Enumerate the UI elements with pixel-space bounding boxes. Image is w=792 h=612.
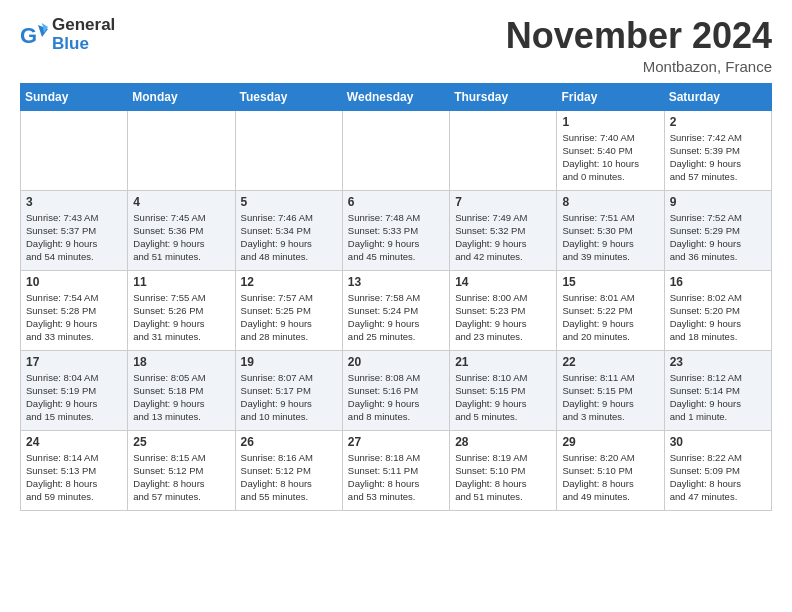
calendar-cell: 6Sunrise: 7:48 AMSunset: 5:33 PMDaylight… (342, 190, 449, 270)
calendar-cell: 9Sunrise: 7:52 AMSunset: 5:29 PMDaylight… (664, 190, 771, 270)
weekday-header-monday: Monday (128, 83, 235, 110)
calendar-cell: 14Sunrise: 8:00 AMSunset: 5:23 PMDayligh… (450, 270, 557, 350)
logo-icon: G (20, 21, 48, 49)
day-info: Sunrise: 7:48 AMSunset: 5:33 PMDaylight:… (348, 211, 444, 264)
day-number: 21 (455, 355, 551, 369)
day-info: Sunrise: 7:42 AMSunset: 5:39 PMDaylight:… (670, 131, 766, 184)
day-info: Sunrise: 8:15 AMSunset: 5:12 PMDaylight:… (133, 451, 229, 504)
day-number: 22 (562, 355, 658, 369)
day-number: 18 (133, 355, 229, 369)
svg-text:G: G (20, 23, 37, 48)
calendar-cell: 21Sunrise: 8:10 AMSunset: 5:15 PMDayligh… (450, 350, 557, 430)
day-info: Sunrise: 8:02 AMSunset: 5:20 PMDaylight:… (670, 291, 766, 344)
day-number: 4 (133, 195, 229, 209)
week-row-4: 24Sunrise: 8:14 AMSunset: 5:13 PMDayligh… (21, 430, 772, 510)
day-number: 24 (26, 435, 122, 449)
week-row-0: 1Sunrise: 7:40 AMSunset: 5:40 PMDaylight… (21, 110, 772, 190)
day-number: 28 (455, 435, 551, 449)
logo: G General Blue (20, 16, 115, 53)
day-number: 26 (241, 435, 337, 449)
logo-text: General Blue (52, 16, 115, 53)
calendar-cell: 7Sunrise: 7:49 AMSunset: 5:32 PMDaylight… (450, 190, 557, 270)
day-number: 10 (26, 275, 122, 289)
day-info: Sunrise: 8:07 AMSunset: 5:17 PMDaylight:… (241, 371, 337, 424)
day-info: Sunrise: 7:51 AMSunset: 5:30 PMDaylight:… (562, 211, 658, 264)
weekday-header-row: SundayMondayTuesdayWednesdayThursdayFrid… (21, 83, 772, 110)
calendar-cell: 28Sunrise: 8:19 AMSunset: 5:10 PMDayligh… (450, 430, 557, 510)
title-block: November 2024 Montbazon, France (506, 16, 772, 75)
day-number: 15 (562, 275, 658, 289)
calendar-cell: 22Sunrise: 8:11 AMSunset: 5:15 PMDayligh… (557, 350, 664, 430)
location: Montbazon, France (506, 58, 772, 75)
calendar-cell: 10Sunrise: 7:54 AMSunset: 5:28 PMDayligh… (21, 270, 128, 350)
calendar-cell: 5Sunrise: 7:46 AMSunset: 5:34 PMDaylight… (235, 190, 342, 270)
day-number: 25 (133, 435, 229, 449)
header: G General Blue November 2024 Montbazon, … (20, 16, 772, 75)
calendar-cell: 25Sunrise: 8:15 AMSunset: 5:12 PMDayligh… (128, 430, 235, 510)
weekday-header-sunday: Sunday (21, 83, 128, 110)
day-number: 6 (348, 195, 444, 209)
day-number: 2 (670, 115, 766, 129)
calendar-cell: 30Sunrise: 8:22 AMSunset: 5:09 PMDayligh… (664, 430, 771, 510)
calendar-cell: 8Sunrise: 7:51 AMSunset: 5:30 PMDaylight… (557, 190, 664, 270)
calendar-cell: 2Sunrise: 7:42 AMSunset: 5:39 PMDaylight… (664, 110, 771, 190)
day-info: Sunrise: 7:40 AMSunset: 5:40 PMDaylight:… (562, 131, 658, 184)
day-number: 7 (455, 195, 551, 209)
day-info: Sunrise: 8:19 AMSunset: 5:10 PMDaylight:… (455, 451, 551, 504)
day-info: Sunrise: 7:57 AMSunset: 5:25 PMDaylight:… (241, 291, 337, 344)
day-info: Sunrise: 8:01 AMSunset: 5:22 PMDaylight:… (562, 291, 658, 344)
day-info: Sunrise: 7:58 AMSunset: 5:24 PMDaylight:… (348, 291, 444, 344)
day-info: Sunrise: 8:14 AMSunset: 5:13 PMDaylight:… (26, 451, 122, 504)
day-info: Sunrise: 8:05 AMSunset: 5:18 PMDaylight:… (133, 371, 229, 424)
weekday-header-tuesday: Tuesday (235, 83, 342, 110)
day-info: Sunrise: 8:18 AMSunset: 5:11 PMDaylight:… (348, 451, 444, 504)
day-info: Sunrise: 7:55 AMSunset: 5:26 PMDaylight:… (133, 291, 229, 344)
calendar-cell (128, 110, 235, 190)
calendar-cell: 24Sunrise: 8:14 AMSunset: 5:13 PMDayligh… (21, 430, 128, 510)
day-number: 5 (241, 195, 337, 209)
week-row-1: 3Sunrise: 7:43 AMSunset: 5:37 PMDaylight… (21, 190, 772, 270)
weekday-header-thursday: Thursday (450, 83, 557, 110)
day-number: 13 (348, 275, 444, 289)
calendar-cell: 20Sunrise: 8:08 AMSunset: 5:16 PMDayligh… (342, 350, 449, 430)
day-info: Sunrise: 8:22 AMSunset: 5:09 PMDaylight:… (670, 451, 766, 504)
calendar-cell: 11Sunrise: 7:55 AMSunset: 5:26 PMDayligh… (128, 270, 235, 350)
calendar-cell: 18Sunrise: 8:05 AMSunset: 5:18 PMDayligh… (128, 350, 235, 430)
calendar-cell: 16Sunrise: 8:02 AMSunset: 5:20 PMDayligh… (664, 270, 771, 350)
calendar-table: SundayMondayTuesdayWednesdayThursdayFrid… (20, 83, 772, 511)
calendar-cell: 26Sunrise: 8:16 AMSunset: 5:12 PMDayligh… (235, 430, 342, 510)
calendar-cell: 15Sunrise: 8:01 AMSunset: 5:22 PMDayligh… (557, 270, 664, 350)
day-number: 27 (348, 435, 444, 449)
day-number: 20 (348, 355, 444, 369)
day-number: 8 (562, 195, 658, 209)
calendar-cell: 1Sunrise: 7:40 AMSunset: 5:40 PMDaylight… (557, 110, 664, 190)
calendar-cell: 17Sunrise: 8:04 AMSunset: 5:19 PMDayligh… (21, 350, 128, 430)
weekday-header-friday: Friday (557, 83, 664, 110)
calendar-cell: 27Sunrise: 8:18 AMSunset: 5:11 PMDayligh… (342, 430, 449, 510)
day-number: 19 (241, 355, 337, 369)
page: G General Blue November 2024 Montbazon, … (0, 0, 792, 521)
day-number: 9 (670, 195, 766, 209)
calendar-cell (235, 110, 342, 190)
day-info: Sunrise: 8:10 AMSunset: 5:15 PMDaylight:… (455, 371, 551, 424)
calendar-cell: 29Sunrise: 8:20 AMSunset: 5:10 PMDayligh… (557, 430, 664, 510)
calendar-cell (342, 110, 449, 190)
day-number: 16 (670, 275, 766, 289)
calendar-cell: 13Sunrise: 7:58 AMSunset: 5:24 PMDayligh… (342, 270, 449, 350)
day-info: Sunrise: 7:54 AMSunset: 5:28 PMDaylight:… (26, 291, 122, 344)
day-info: Sunrise: 8:16 AMSunset: 5:12 PMDaylight:… (241, 451, 337, 504)
calendar-cell: 3Sunrise: 7:43 AMSunset: 5:37 PMDaylight… (21, 190, 128, 270)
day-number: 11 (133, 275, 229, 289)
week-row-2: 10Sunrise: 7:54 AMSunset: 5:28 PMDayligh… (21, 270, 772, 350)
day-number: 17 (26, 355, 122, 369)
day-info: Sunrise: 8:11 AMSunset: 5:15 PMDaylight:… (562, 371, 658, 424)
day-number: 1 (562, 115, 658, 129)
day-number: 12 (241, 275, 337, 289)
weekday-header-saturday: Saturday (664, 83, 771, 110)
calendar-cell: 4Sunrise: 7:45 AMSunset: 5:36 PMDaylight… (128, 190, 235, 270)
day-info: Sunrise: 8:04 AMSunset: 5:19 PMDaylight:… (26, 371, 122, 424)
day-info: Sunrise: 7:49 AMSunset: 5:32 PMDaylight:… (455, 211, 551, 264)
calendar-cell (21, 110, 128, 190)
day-info: Sunrise: 8:00 AMSunset: 5:23 PMDaylight:… (455, 291, 551, 344)
day-number: 30 (670, 435, 766, 449)
